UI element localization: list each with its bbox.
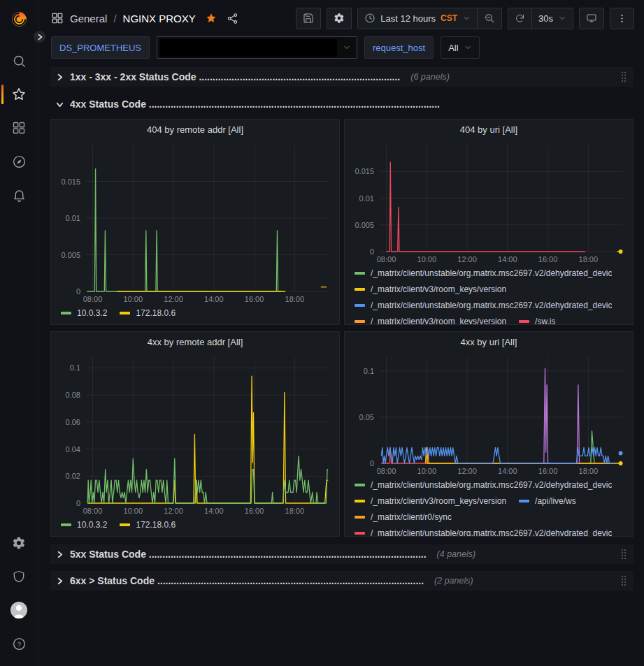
chart-legend: 10.0.3.2172.18.0.6 [54,517,336,536]
sidebar-item-profile[interactable] [0,593,38,627]
row-title: 1xx - 3xx - 2xx Status Code ............… [70,71,400,82]
star-filled-icon [205,12,217,24]
svg-text:14:00: 14:00 [204,507,224,515]
legend-item[interactable]: 10.0.3.2 [61,307,107,319]
svg-text:16:00: 16:00 [538,255,558,263]
svg-text:0: 0 [370,247,374,256]
variables-bar: DS_PROMETHEUS request_host All [38,36,644,61]
svg-text:08:00: 08:00 [377,255,396,263]
svg-text:18:00: 18:00 [285,507,305,515]
legend-item[interactable]: /api/live/ws [519,495,576,507]
dashboard-canvas: 1xx - 3xx - 2xx Status Code ............… [38,61,644,591]
row-drag-handle[interactable] [618,574,629,588]
legend-label: /api/live/ws [535,495,576,507]
legend-item[interactable]: 172.18.0.6 [120,307,176,319]
legend-label: 172.18.0.6 [136,307,176,319]
sidebar-item-settings[interactable] [0,526,38,560]
grafana-logo[interactable] [10,10,29,29]
chevron-right-icon [56,577,64,585]
legend-item[interactable]: /_matrix/client/v3/room_keys/version [355,316,506,324]
sidebar-item-dashboards[interactable] [0,111,38,145]
variable-ds-dropdown[interactable] [157,36,357,59]
time-range-picker[interactable]: Last 12 hours CST [358,8,477,29]
legend-color-dash [355,288,365,291]
sidebar-expand-button[interactable] [31,29,48,45]
gear-icon [12,536,26,550]
chart-legend: /_matrix/client/unstable/org.matrix.msc2… [348,477,630,536]
panel-grid: 404 by remote addr [All] 00.0050.010.015… [50,119,634,537]
legend-color-dash [120,312,130,314]
unstar-dashboard-button[interactable] [205,12,217,24]
svg-text:08:00: 08:00 [377,467,396,475]
variable-host-label: request_host [364,36,434,59]
legend-label: /_matrix/client/unstable/org.matrix.msc2… [371,268,612,279]
zoom-out-time-button[interactable] [477,8,501,29]
chart-legend: 10.0.3.2172.18.0.6 [54,305,336,324]
panel-4xx-by-uri: 4xx by uri [All] 00.050.108:0010:0012:00… [344,331,634,537]
row-title: 4xx Status Code ........................… [70,99,440,110]
sidebar-item-search[interactable] [0,44,38,78]
time-range-label: Last 12 hours [380,13,436,24]
more-options-button[interactable] [610,8,634,29]
panel-title[interactable]: 404 by remote addr [All] [54,120,336,139]
tv-mode-button[interactable] [580,8,603,29]
chart-plot-area[interactable]: 00.0050.010.01508:0010:0012:0014:0016:00… [348,139,630,266]
legend-item[interactable]: /_matrix/client/v3/room_keys/version [355,495,506,507]
dashboard-settings-button[interactable] [327,8,351,29]
sidebar-item-starred[interactable] [0,78,38,111]
panel-title[interactable]: 404 by uri [All] [348,120,630,139]
chart-plot-area[interactable]: 00.020.040.060.080.108:0010:0012:0014:00… [54,352,336,517]
bell-icon [12,188,27,203]
row-panel-count: (4 panels) [437,549,476,559]
clock-icon [364,13,375,24]
legend-item[interactable]: /sw.js [519,316,555,324]
share-dashboard-button[interactable] [227,13,238,24]
row-4xx[interactable]: 4xx Status Code ........................… [50,96,634,113]
legend-item[interactable]: /_matrix/client/unstable/org.matrix.msc2… [355,268,612,279]
breadcrumb-separator: / [113,13,116,24]
gear-icon [334,13,345,24]
legend-item[interactable]: 172.18.0.6 [120,519,176,530]
chart-plot-area[interactable]: 00.050.108:0010:0012:0014:0016:0018:00 [348,352,630,477]
legend-item[interactable]: /_matrix/client/unstable/org.matrix.msc2… [355,300,612,311]
row-6xx[interactable]: 6xx > Status Code ......................… [50,571,634,591]
row-drag-handle[interactable] [618,547,629,561]
sidebar-item-server-admin[interactable] [0,560,38,593]
legend-color-dash [355,304,365,307]
sidebar-item-alerting[interactable] [0,178,38,212]
chart-legend: /_matrix/client/unstable/org.matrix.msc2… [348,266,630,324]
legend-item[interactable]: /_matrix/client/unstable/org.matrix.msc2… [355,479,612,491]
row-1xx-3xx-2xx[interactable]: 1xx - 3xx - 2xx Status Code ............… [50,67,634,87]
sidebar-item-help[interactable]: ? [0,627,38,660]
svg-text:12:00: 12:00 [457,255,477,263]
refresh-dashboard-button[interactable] [508,8,531,29]
legend-item[interactable]: /_matrix/client/unstable/org.matrix.msc2… [355,528,612,536]
svg-text:0: 0 [76,499,80,507]
legend-item[interactable]: /_matrix/client/v3/room_keys/version [355,284,506,295]
legend-label: 10.0.3.2 [77,519,107,530]
legend-color-dash [519,500,529,502]
legend-item[interactable]: /_matrix/client/r0/sync [355,512,452,523]
svg-text:0.015: 0.015 [355,167,374,175]
sidebar-item-explore[interactable] [0,145,38,178]
zoom-out-icon [484,13,495,24]
breadcrumb: General / NGINX PROXY [51,12,238,24]
variable-host-dropdown[interactable]: All [441,36,479,59]
row-drag-handle[interactable] [618,70,629,84]
chevron-right-icon [56,551,64,558]
legend-item[interactable]: 10.0.3.2 [61,519,107,530]
breadcrumb-folder[interactable]: General [70,13,107,24]
svg-text:0.08: 0.08 [66,391,80,399]
svg-text:0.01: 0.01 [66,214,80,222]
svg-text:18:00: 18:00 [285,295,305,303]
chevron-down-icon [56,101,64,108]
refresh-interval-picker[interactable]: 30s [531,8,573,29]
save-dashboard-button[interactable] [296,8,320,29]
dashboard-grid-icon [51,12,64,24]
chart-plot-area[interactable]: 00.0050.010.01508:0010:0012:0014:0016:00… [54,139,336,305]
svg-text:12:00: 12:00 [164,507,183,515]
row-5xx[interactable]: 5xx Status Code ........................… [50,544,634,564]
legend-color-dash [355,320,365,323]
panel-title[interactable]: 4xx by remote addr [All] [54,332,336,352]
panel-title[interactable]: 4xx by uri [All] [348,332,630,352]
